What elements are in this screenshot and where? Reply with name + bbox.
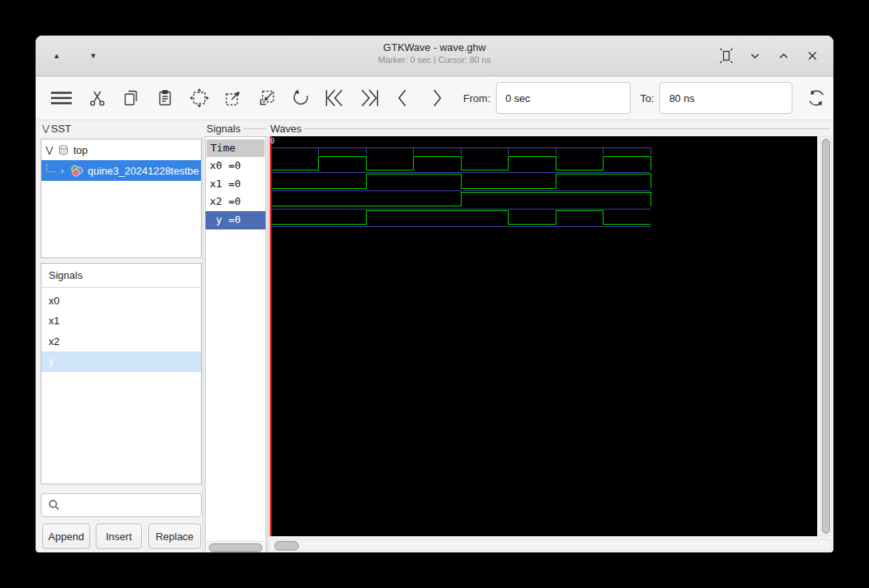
maximize-button[interactable] [774,46,793,65]
time-header[interactable]: Time [206,139,265,157]
zoom-fit-icon [190,88,209,108]
marker-cursor-status: Marker: 0 sec | Cursor: 80 ns [36,54,833,66]
scrollbar-thumb[interactable] [274,541,299,551]
sst-signal-list: x0x1x2y [41,288,201,372]
to-input[interactable] [659,82,792,114]
cut-icon [88,89,106,107]
signals-list-header: Signals [41,264,201,288]
signal-list-item-x0[interactable]: x0 [41,291,201,311]
zoom-out-button[interactable] [250,81,285,115]
copy-button[interactable] [114,81,148,115]
window-title: GTKWave - wave.ghw [36,41,833,54]
menu-button[interactable] [42,81,81,115]
titlebar[interactable]: ▲ ▼ GTKWave - wave.ghw Marker: 0 sec | C… [36,36,833,76]
timeline-origin-label: 0 [270,137,274,145]
fullscreen-button[interactable] [717,46,736,65]
expander-open-icon[interactable]: ⋁ [44,145,55,155]
go-to-start-button[interactable] [318,81,352,115]
signal-value-row-x1[interactable]: x1 =0 [206,175,265,194]
hierarchy-cylinder-icon [57,144,69,156]
go-to-end-button[interactable] [352,81,386,115]
reload-button[interactable] [799,81,833,115]
step-right-button[interactable] [419,81,454,115]
from-label: From: [463,92,490,104]
signal-list-item-x2[interactable]: x2 [41,331,201,351]
signal-values-list: x0 =0x1 =0x2 =0 y =0 [206,157,265,229]
close-button[interactable] [803,46,822,65]
append-button[interactable]: Append [42,523,90,549]
undo-icon [291,88,310,108]
waves-v-scrollbar[interactable] [820,136,832,536]
minimize-button[interactable] [745,46,765,65]
signal-value-row-y[interactable]: y =0 [206,211,265,229]
scrollbar-thumb[interactable] [822,139,830,534]
signals-frame-label: Signals [206,122,266,135]
close-icon [805,49,820,63]
expander-closed-icon[interactable]: › [57,166,68,175]
signal-value-row-x2[interactable]: x2 =0 [206,193,265,211]
cut-button[interactable] [81,81,115,115]
signal-value-row-x0[interactable]: x0 =0 [206,157,265,175]
gtkwave-window: ▲ ▼ GTKWave - wave.ghw Marker: 0 sec | C… [35,35,834,553]
chevron-right-icon [429,88,445,108]
reload-icon [806,88,827,108]
scrollbar-thumb[interactable] [209,543,262,552]
to-label: To: [640,92,654,104]
step-left-button[interactable] [386,81,420,115]
zoom-out-icon [258,88,277,108]
chevron-down-icon [748,49,762,63]
chevron-up-icon [777,49,791,63]
signal-search-box[interactable] [41,493,202,517]
signal-list-item-y[interactable]: y [41,351,201,371]
go-to-end-icon [358,88,380,108]
search-icon [48,499,61,512]
main-content: ⋁ SST Signals Waves ⋁ top [36,120,833,553]
tree-item-module[interactable]: › quine3_20241228testbe [41,160,201,181]
sst-tree-panel: ⋁ top › [41,139,202,258]
waves-h-scrollbar[interactable] [269,539,831,551]
sst-signals-panel: Signals x0x1x2y [41,263,202,484]
paste-icon [156,89,174,107]
copy-icon [122,89,140,107]
go-to-start-icon [324,88,346,108]
signal-values-column: Time x0 =0x1 =0x2 =0 y =0 [205,136,266,553]
tree-item-top[interactable]: ⋁ top [41,139,201,160]
zoom-fit-button[interactable] [182,81,216,115]
menu-icon [49,89,73,107]
waves-frame-label: Waves [270,122,830,135]
signal-list-item-x1[interactable]: x1 [41,311,201,331]
zoom-in-icon [223,88,242,108]
sst-frame-label[interactable]: ⋁ SST [42,122,90,135]
fullscreen-icon [718,48,734,64]
chevron-down-icon: ⋁ [42,123,49,134]
module-icon [70,164,84,177]
tree-guide-line [46,164,55,172]
chevron-left-icon [395,88,411,108]
toolbar: From: To: [36,76,833,120]
from-input[interactable] [496,82,631,114]
replace-button[interactable]: Replace [148,523,201,549]
values-h-scrollbar[interactable] [206,541,265,552]
insert-button[interactable]: Insert [96,523,142,549]
wave-canvas[interactable]: 0 [269,136,817,536]
undo-button[interactable] [284,81,318,115]
waves-panel: 0 [269,136,832,552]
zoom-in-button[interactable] [216,81,250,115]
paste-button[interactable] [148,81,183,115]
